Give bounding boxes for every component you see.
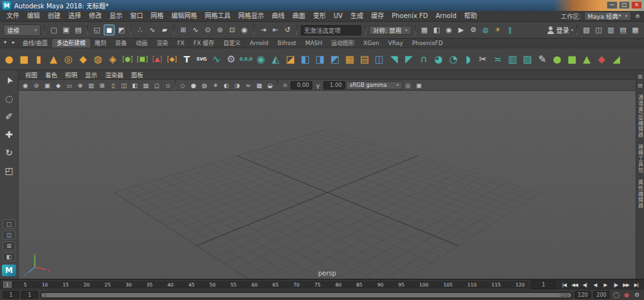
maya-layout-logo-button[interactable]: M (2, 265, 16, 276)
field-chart-icon[interactable]: ▤ (141, 80, 151, 90)
menubar-item-12[interactable]: 曲面 (289, 11, 309, 21)
shelf-tab-7[interactable]: FX 缓存 (189, 39, 218, 48)
playback-start-field[interactable] (21, 291, 38, 299)
paint-select-tool-icon[interactable]: ✐ (3, 110, 15, 123)
animation-end-field[interactable] (593, 291, 610, 299)
layout-two-pane-button[interactable]: ◫ (3, 230, 15, 239)
poly-cone-icon[interactable]: ▲ (46, 50, 61, 68)
extrude-icon[interactable]: ◥ (387, 50, 401, 68)
render-current-frame-icon[interactable]: ◧ (431, 24, 442, 35)
poly-plane-icon[interactable]: ◆ (76, 50, 90, 68)
reduce-mesh-icon[interactable]: ▤ (357, 50, 372, 68)
delete-history-icon[interactable]: ⚙ (224, 50, 238, 68)
go-to-start-button[interactable]: |◀ (559, 280, 569, 289)
auto-key-button[interactable]: ● (622, 291, 631, 299)
select-hierarchy-icon[interactable]: ◱ (91, 24, 102, 35)
lights-icon[interactable]: ☀ (211, 80, 220, 90)
insert-edge-loop-icon[interactable]: ▥ (506, 50, 520, 68)
menubar-item-14[interactable]: UV (330, 11, 346, 21)
smooth-brush-icon[interactable]: ■ (565, 50, 579, 68)
menubar-item-8[interactable]: 编辑网格 (167, 11, 201, 21)
poly-disc-icon[interactable]: ◍ (91, 50, 105, 68)
bridge-icon[interactable]: ∩ (417, 50, 431, 68)
shelf-tab-8[interactable]: 自定义 (219, 39, 245, 48)
shelf-tab-15[interactable]: PhoenixFD (408, 39, 448, 48)
snap-projected-center-icon[interactable]: ⊚ (214, 24, 225, 35)
panel-menu-2[interactable]: 照明 (61, 70, 81, 79)
layer-editor-tab-icon[interactable]: ▤ (637, 82, 644, 89)
character-set-button[interactable]: ◯ (612, 291, 621, 299)
workspace-select[interactable]: Maya 经典* ▾ (584, 12, 632, 21)
connect-icon[interactable]: ≍ (491, 50, 505, 68)
lock-camera-icon[interactable]: ⊘ (32, 80, 41, 90)
shelf-tab-4[interactable]: 动画 (131, 39, 152, 48)
menubar-item-18[interactable]: Arnold (431, 11, 460, 21)
menubar-item-1[interactable]: 编辑 (23, 11, 44, 21)
toggle-attribute-editor-icon[interactable]: ▥ (605, 24, 616, 35)
shelf-tab-2[interactable]: 雕刻 (90, 39, 111, 48)
menubar-item-16[interactable]: 缓存 (367, 11, 388, 21)
shelf-tab-13[interactable]: XGen (359, 39, 383, 48)
step-back-key-button[interactable]: ◀◀ (569, 280, 580, 289)
zero-transform-icon[interactable]: 0,0,0 (239, 50, 253, 68)
shelf-tab-14[interactable]: VRay (384, 39, 408, 48)
maximize-button[interactable]: □ (619, 1, 630, 9)
go-to-end-button[interactable]: ▶| (631, 280, 641, 289)
play-backward-button[interactable]: ◀ (590, 280, 600, 289)
shelf-toggle-icon[interactable]: ▸ (10, 39, 17, 48)
bevel-icon[interactable]: ◤ (402, 50, 416, 68)
play-forward-button[interactable]: ▶ (600, 280, 611, 289)
ssao-icon[interactable]: ◑ (232, 80, 242, 90)
symmetry-select[interactable]: 对称: 禁用 ▾ (369, 26, 412, 35)
menuset-select[interactable]: 建模 ▾ (3, 24, 41, 36)
toggle-modeling-toolkit-icon[interactable]: ▧ (581, 24, 592, 35)
shelf-tab-1[interactable]: 多边形建模 (52, 39, 90, 48)
time-slider[interactable]: 1510152025303540455055606570758085909510… (1, 280, 529, 289)
mask-lines-icon[interactable]: ∿ (147, 24, 158, 35)
right-sidebar-tab-0[interactable]: 通道盒/层编辑器 (637, 95, 644, 138)
right-sidebar-tab-1[interactable]: 建模工具包 (637, 144, 644, 173)
layout-single-pane-button[interactable]: □ (3, 220, 15, 229)
menubar-item-17[interactable]: Phoenix FD (388, 11, 431, 21)
film-gate-icon[interactable]: ▯ (108, 80, 118, 90)
render-sequence-icon[interactable]: ▶ (456, 24, 467, 35)
poly-platonic-icon[interactable]: ◈ (106, 50, 120, 68)
textured-icon[interactable]: ◍ (200, 80, 209, 90)
sculpt-brush-icon[interactable]: ● (550, 50, 564, 68)
panel-menu-3[interactable]: 显示 (81, 70, 101, 79)
playback-end-field[interactable] (574, 291, 591, 299)
toggle-tool-settings-icon[interactable]: ▤ (618, 24, 629, 35)
panel-menu-1[interactable]: 着色 (41, 70, 61, 79)
image-plane-icon[interactable]: ▭ (64, 80, 74, 90)
menubar-item-7[interactable]: 网格 (147, 11, 167, 21)
anim-preferences-button[interactable]: ⚙ (632, 291, 641, 299)
select-tool-icon[interactable]: ➤ (1, 72, 18, 89)
menubar-item-9[interactable]: 网格工具 (201, 11, 234, 21)
snap-grid-icon[interactable]: ⊞ (178, 24, 189, 35)
range-slider[interactable]: 1 120 (40, 292, 573, 299)
light-editor-icon[interactable]: ☀ (493, 24, 504, 35)
range-slider-fill[interactable]: 1 120 (41, 293, 571, 297)
boolean-intersection-icon[interactable]: ◩ (328, 50, 342, 68)
viewport-3d[interactable]: x y z persp (19, 91, 636, 279)
construction-history-icon[interactable]: ↺ (282, 24, 293, 35)
panel-menu-0[interactable]: 视图 (21, 70, 41, 79)
camera-attributes-icon[interactable]: ▣ (43, 80, 52, 90)
selection-name-field[interactable] (301, 25, 361, 35)
scale-tool-icon[interactable]: ◰ (3, 164, 15, 177)
text-tool-icon[interactable]: T (180, 50, 194, 68)
shaded-icon[interactable]: ● (189, 80, 198, 90)
menubar-item-5[interactable]: 显示 (106, 11, 126, 21)
poly-cube-icon[interactable]: ■ (17, 50, 31, 68)
layout-outliner-pane-button[interactable]: ◧ (3, 252, 15, 261)
menubar-item-3[interactable]: 选择 (64, 11, 85, 21)
mirror-mesh-icon[interactable]: ◫ (372, 50, 386, 68)
render-settings-icon[interactable]: ⚙ (468, 24, 479, 35)
menubar-item-19[interactable]: 帮助 (460, 11, 481, 21)
svg-tool-icon[interactable]: SVG (194, 50, 209, 68)
output-connections-icon[interactable]: ⇤ (270, 24, 281, 35)
relax-brush-icon[interactable]: ▲ (580, 50, 594, 68)
shelf-tab-0[interactable]: 曲线/曲面 (18, 39, 52, 48)
snap-point-icon[interactable]: ⊙ (202, 24, 213, 35)
menubar-item-2[interactable]: 创建 (44, 11, 64, 21)
